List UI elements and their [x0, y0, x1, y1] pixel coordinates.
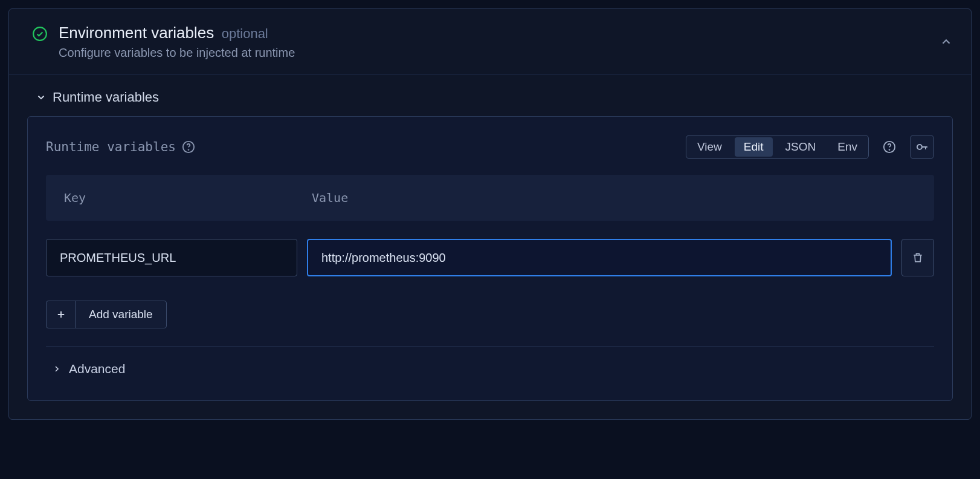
variable-key-input[interactable] [46, 239, 297, 276]
inner-title: Runtime variables [46, 140, 195, 154]
svg-point-2 [188, 149, 189, 150]
panel-body: Runtime variables Runtime variables [9, 75, 971, 419]
chevron-right-icon [52, 364, 62, 374]
plus-icon [47, 301, 76, 328]
help-icon[interactable] [182, 140, 195, 154]
tab-view[interactable]: View [686, 135, 733, 158]
tab-env[interactable]: Env [827, 135, 868, 158]
svg-point-5 [917, 145, 922, 149]
inner-title-text: Runtime variables [46, 140, 176, 154]
header-text-block: Environment variables optional Configure… [59, 24, 953, 60]
panel-title: Environment variables [59, 24, 214, 42]
tab-json[interactable]: JSON [775, 135, 827, 158]
chevron-down-icon [36, 92, 47, 103]
svg-point-4 [889, 149, 890, 150]
add-variable-button[interactable]: Add variable [46, 301, 167, 328]
mode-tabs: View Edit JSON Env [686, 135, 869, 159]
panel-header: Environment variables optional Configure… [9, 9, 971, 75]
key-icon[interactable] [910, 135, 934, 159]
table-header: Key Value [46, 175, 934, 221]
trash-icon [912, 252, 924, 264]
inner-header: Runtime variables View Edit JSON [46, 135, 934, 159]
add-button-label: Add variable [76, 308, 166, 321]
variable-value-input[interactable] [307, 239, 892, 276]
advanced-label: Advanced [69, 362, 125, 376]
runtime-variables-panel: Runtime variables View Edit JSON [27, 116, 953, 401]
column-value: Value [312, 191, 916, 205]
inner-controls: View Edit JSON Env [686, 135, 934, 159]
optional-badge: optional [222, 26, 268, 41]
help-icon[interactable] [877, 135, 901, 159]
env-vars-panel: Environment variables optional Configure… [8, 8, 972, 420]
divider [46, 347, 934, 347]
check-circle-icon [32, 26, 48, 42]
section-title: Runtime variables [53, 90, 159, 105]
tab-edit[interactable]: Edit [735, 137, 773, 157]
collapse-icon[interactable] [940, 35, 953, 48]
advanced-toggle[interactable]: Advanced [46, 359, 934, 382]
runtime-variables-toggle[interactable]: Runtime variables [27, 87, 953, 116]
panel-subtitle: Configure variables to be injected at ru… [59, 46, 953, 60]
variable-row [46, 239, 934, 276]
column-key: Key [64, 191, 312, 205]
svg-point-0 [33, 27, 47, 41]
delete-variable-button[interactable] [901, 239, 934, 276]
